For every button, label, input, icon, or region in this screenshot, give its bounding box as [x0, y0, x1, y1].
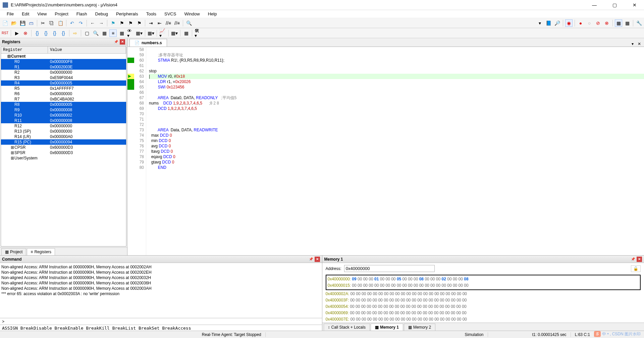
- step-button[interactable]: {}: [34, 29, 41, 37]
- tab-registers[interactable]: ≡Registers: [27, 248, 55, 255]
- reg-row-r0[interactable]: R00x000000F8: [1, 59, 126, 64]
- toolbox-button[interactable]: 🛠▾: [194, 29, 202, 37]
- cut-button[interactable]: ✂: [39, 19, 47, 27]
- reg-row-r11[interactable]: R110x00000008: [1, 118, 126, 123]
- memory-row[interactable]: 0x4000002A: 00 00 00 00 00 00 00 00 00 0…: [326, 291, 641, 297]
- reg-row-r4[interactable]: R40x00000005: [1, 80, 126, 86]
- reg-row-r8[interactable]: R80x00000005: [1, 102, 126, 107]
- reg-row-r9[interactable]: R90x00000008: [1, 107, 126, 113]
- bookmark-next-button[interactable]: ⚑: [127, 19, 134, 27]
- reg-group-current[interactable]: ⊟Current: [1, 54, 126, 59]
- command-input[interactable]: >: [0, 318, 322, 325]
- menu-peripherals[interactable]: Peripherals: [113, 11, 142, 17]
- configure-button[interactable]: 🔧: [635, 19, 643, 27]
- command-window-button[interactable]: ▢: [83, 29, 91, 37]
- reg-row-usersystem[interactable]: ⊞User/System: [1, 155, 126, 161]
- code-editor[interactable]: 5859606162636465666768697071727374757677…: [127, 47, 644, 255]
- reg-row-r3[interactable]: R30xE59F0044: [1, 75, 126, 80]
- memory-row[interactable]: 0x4000007E: 00 00 00 00 00 00 00 00 00 0…: [326, 316, 641, 323]
- comment-button[interactable]: //≡: [165, 19, 172, 27]
- tab-memory1[interactable]: ▦Memory 1: [371, 324, 403, 331]
- tab-memory2[interactable]: ▦Memory 2: [404, 324, 435, 331]
- memory-address-input[interactable]: [344, 265, 435, 272]
- reg-row-r10[interactable]: R100x00000002: [1, 113, 126, 118]
- trace-button[interactable]: ▦▾: [171, 29, 178, 37]
- editor-tab-numbers[interactable]: 📄 numbers.s: [129, 39, 167, 47]
- menu-flash[interactable]: Flash: [73, 11, 91, 17]
- menu-window[interactable]: Window: [181, 11, 203, 17]
- memory-row[interactable]: 0x4000003F: 00 00 00 00 00 00 00 00 00 0…: [326, 297, 641, 303]
- memory-button[interactable]: ▦▾: [136, 29, 143, 37]
- editor-close-icon[interactable]: ✕: [637, 41, 642, 47]
- tab-callstack[interactable]: ↕Call Stack + Locals: [324, 324, 370, 331]
- copy-button[interactable]: ⿻: [48, 19, 55, 27]
- reset-button[interactable]: RST: [1, 29, 9, 37]
- find-in-files-button[interactable]: 🔍: [185, 19, 193, 27]
- close-button[interactable]: ✕: [628, 2, 641, 8]
- menu-debug[interactable]: Debug: [92, 11, 111, 17]
- system-viewer-button[interactable]: ▦: [182, 29, 190, 37]
- paste-button[interactable]: 📋: [57, 19, 64, 27]
- save-button[interactable]: 💾: [19, 19, 26, 27]
- reg-row-r14lr[interactable]: R14 (LR)0x000000A0: [1, 134, 126, 139]
- step-over-button[interactable]: {}: [42, 29, 50, 37]
- analysis-button[interactable]: 📈▾: [159, 29, 166, 37]
- menu-view[interactable]: View: [34, 11, 50, 17]
- find-button[interactable]: 🔎: [553, 19, 561, 27]
- nav-back-button[interactable]: ←: [89, 19, 96, 27]
- reg-row-r5[interactable]: R50x1AFFFFF7: [1, 86, 126, 91]
- nav-forward-button[interactable]: →: [98, 19, 105, 27]
- reg-row-r6[interactable]: R60x00000000: [1, 91, 126, 96]
- disable-breakpoint-button[interactable]: ⊘: [594, 19, 602, 27]
- command-close-icon[interactable]: ✕: [315, 257, 320, 262]
- minimize-button[interactable]: —: [588, 2, 601, 8]
- callstack-button[interactable]: ▦: [118, 29, 125, 37]
- window-layout-button[interactable]: ▦: [615, 19, 622, 27]
- redo-button[interactable]: ↷: [77, 19, 85, 27]
- undo-button[interactable]: ↶: [68, 19, 76, 27]
- memory-row[interactable]: 0x40000015: 00 00 00 00 00 00 00 00 00 0…: [328, 282, 639, 289]
- editor-menu-icon[interactable]: ▾: [630, 41, 635, 47]
- menu-help[interactable]: Help: [205, 11, 220, 17]
- open-button[interactable]: 📂: [10, 19, 17, 27]
- serial-button[interactable]: ▦▾: [147, 29, 155, 37]
- show-next-statement-button[interactable]: ⇨: [71, 29, 79, 37]
- reg-row-cpsr[interactable]: ⊞CPSR0x600000D3: [1, 145, 126, 150]
- lock-icon[interactable]: 🔓: [631, 265, 641, 272]
- uncomment-button[interactable]: //≡: [173, 19, 181, 27]
- insert-breakpoint-button[interactable]: ●: [577, 19, 584, 27]
- menu-tools[interactable]: Tools: [143, 11, 160, 17]
- panel-pin-icon[interactable]: 📌: [113, 39, 119, 45]
- disassembly-button[interactable]: 🔍: [92, 29, 99, 37]
- symbols-button[interactable]: ▦: [101, 29, 108, 37]
- watch-button[interactable]: 👁▾: [127, 29, 134, 37]
- menu-project[interactable]: Project: [51, 11, 71, 17]
- config-button[interactable]: 📘: [545, 19, 552, 27]
- menu-file[interactable]: File: [3, 11, 17, 17]
- memory-close-icon[interactable]: ✕: [637, 257, 642, 262]
- menu-edit[interactable]: Edit: [18, 11, 33, 17]
- menu-svcs[interactable]: SVCS: [161, 11, 179, 17]
- stop-button[interactable]: ⊗: [22, 29, 29, 37]
- outdent-button[interactable]: ⇤: [156, 19, 163, 27]
- command-output[interactable]: Non-aligned Access: ARM Instruction at 0…: [0, 263, 322, 318]
- tab-project[interactable]: ▦Project: [1, 248, 26, 255]
- memory-row[interactable]: 0x40000069: 00 00 00 00 00 00 00 00 00 0…: [326, 310, 641, 316]
- step-out-button[interactable]: {}: [51, 29, 58, 37]
- panel-close-icon[interactable]: ✕: [120, 39, 125, 45]
- save-all-button[interactable]: 🗃: [28, 19, 35, 27]
- debug-session-button[interactable]: ◉: [565, 19, 573, 27]
- run-to-cursor-button[interactable]: {}: [60, 29, 67, 37]
- reg-row-r1[interactable]: R10x0002003E: [1, 64, 126, 70]
- window-layout2-button[interactable]: ▦: [624, 19, 631, 27]
- memory-row[interactable]: 0x40000054: 00 00 00 00 00 00 00 00 00 0…: [326, 303, 641, 310]
- bookmark-prev-button[interactable]: ⚑: [118, 19, 125, 27]
- command-pin-icon[interactable]: 📌: [308, 257, 314, 262]
- kill-breakpoints-button[interactable]: ⊗: [603, 19, 610, 27]
- registers-button[interactable]: ≡: [109, 29, 117, 37]
- maximize-button[interactable]: ▢: [608, 2, 621, 8]
- registers-table[interactable]: Register Value ⊟Current R00x000000F8R10x…: [1, 46, 126, 247]
- indent-button[interactable]: ⇥: [147, 19, 155, 27]
- bookmark-toggle-button[interactable]: ⚑: [109, 19, 117, 27]
- reg-row-r12[interactable]: R120x00000000: [1, 123, 126, 129]
